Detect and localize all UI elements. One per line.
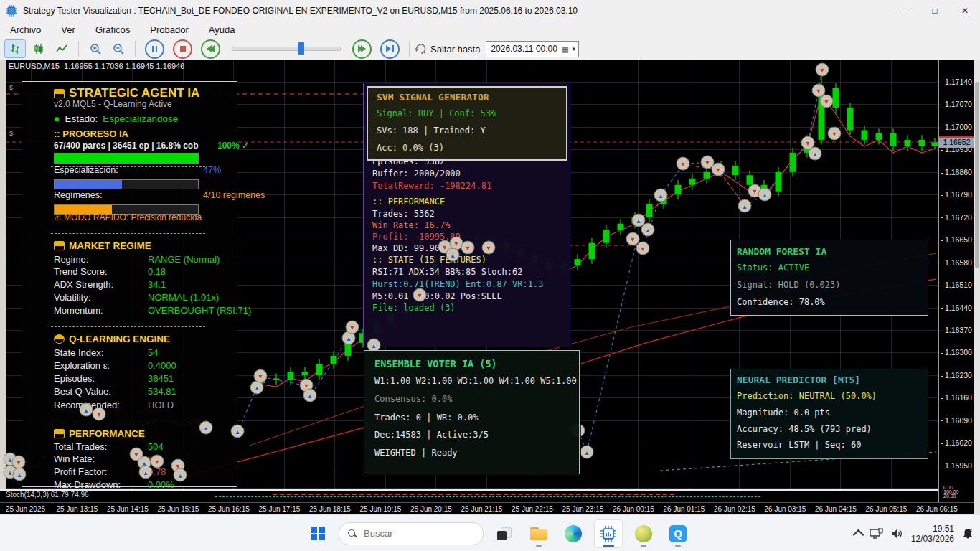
minimize-button[interactable]: — bbox=[890, 0, 920, 22]
performance-row: Max Drawdown:0.00% bbox=[54, 479, 174, 490]
candle-body bbox=[790, 153, 796, 172]
time-tick: 25 Jun 19:15 bbox=[360, 505, 402, 513]
menu-grficos[interactable]: Gráficos bbox=[85, 24, 140, 35]
trade-marker-up: ▲ bbox=[446, 248, 460, 262]
close-button[interactable]: ✕ bbox=[950, 0, 980, 22]
trade-marker-up: ▲ bbox=[738, 199, 752, 213]
price-tick: 1.16160 bbox=[941, 393, 972, 402]
skip-to-end-button[interactable] bbox=[380, 39, 400, 59]
line-chart-mode-button[interactable] bbox=[52, 40, 72, 57]
stochastic-subwindow[interactable]: Stoch(14,3,3) 61.79 74.96 bbox=[0, 489, 938, 501]
chart-window: EURUSD,M15 1.16955 1.17036 1.16945 1.169… bbox=[0, 60, 980, 514]
trade-marker-up: ▲ bbox=[580, 446, 594, 459]
vertical-scrollbar-thumb[interactable] bbox=[975, 82, 979, 268]
svg-text:z: z bbox=[970, 527, 972, 532]
search-input[interactable] bbox=[362, 527, 466, 540]
price-tick: 1.16720 bbox=[941, 213, 972, 222]
taskbar-search[interactable] bbox=[339, 522, 484, 545]
dqn-line: Buffer: 2000/2000 bbox=[372, 169, 461, 179]
q-app-button[interactable]: Q bbox=[664, 520, 692, 547]
maximize-button[interactable]: □ bbox=[920, 0, 950, 22]
zoom-out-button[interactable] bbox=[108, 40, 128, 57]
candle-body bbox=[833, 88, 839, 108]
network-display-icon[interactable] bbox=[870, 528, 884, 540]
price-tick: 1.17000 bbox=[941, 123, 972, 131]
time-tick: 26 Jun 00:15 bbox=[613, 505, 654, 513]
trade-marker-down: ▼ bbox=[712, 163, 725, 176]
price-axis[interactable]: 1.171401.170701.170001.169301.168601.167… bbox=[938, 60, 975, 514]
svm-line: SVM SIGNAL GENERATOR bbox=[377, 92, 489, 103]
panel-random-forest: RANDOM FOREST IAStatus: ACTIVESignal: HO… bbox=[730, 240, 928, 316]
candle-body bbox=[847, 108, 854, 130]
time-axis[interactable]: 25 Jun 202525 Jun 13:1525 Jun 14:1525 Ju… bbox=[0, 502, 980, 515]
fast-forward-button[interactable] bbox=[352, 39, 372, 59]
bar-chart-mode-button[interactable] bbox=[4, 39, 26, 58]
menu-archivo[interactable]: Archivo bbox=[0, 24, 51, 35]
progress-line: 67/400 pares | 36451 ep | 16.8% cob100% … bbox=[54, 141, 199, 151]
edge-browser-button[interactable] bbox=[560, 520, 587, 547]
svm-line: Signal: BUY | Conf: 53% bbox=[377, 108, 496, 118]
metatrader5-button[interactable] bbox=[594, 519, 623, 548]
market-row: Regime:RANGE (Normal) bbox=[54, 254, 220, 265]
volume-icon[interactable] bbox=[891, 528, 904, 540]
trade-marker-down: ▼ bbox=[482, 241, 496, 255]
zoom-in-button[interactable] bbox=[85, 40, 105, 57]
search-icon bbox=[348, 529, 357, 538]
price-tick: 1.16370 bbox=[941, 326, 972, 334]
menu-ver[interactable]: Ver bbox=[51, 24, 85, 35]
mql5-button[interactable] bbox=[630, 520, 657, 547]
chart-object-label: s bbox=[9, 129, 13, 137]
agent-subtitle: v2.0 MQL5 - Q-Learning Active bbox=[54, 99, 172, 109]
time-tick: 26 Jun 06:15 bbox=[916, 505, 958, 513]
q-learning-header: Q-LEARNING ENGINE bbox=[54, 334, 170, 346]
clock-date: 12/03/2026 bbox=[911, 534, 954, 544]
price-tick: 1.16790 bbox=[941, 190, 972, 199]
tray-expand-chevron-icon[interactable] bbox=[853, 529, 864, 541]
candle-body bbox=[575, 259, 581, 265]
start-button[interactable] bbox=[304, 520, 331, 547]
q-learning-row: Recommended:HOLD bbox=[54, 400, 174, 410]
menu-probador[interactable]: Probador bbox=[140, 24, 198, 35]
candle-body bbox=[704, 172, 710, 179]
taskbar-clock[interactable]: 19:51 12/03/2026 bbox=[911, 524, 954, 544]
stop-button[interactable] bbox=[173, 39, 192, 59]
rewind-button[interactable] bbox=[201, 39, 220, 59]
vertical-scrollbar[interactable] bbox=[974, 60, 980, 514]
speed-slider-thumb[interactable] bbox=[298, 42, 304, 55]
calendar-icon[interactable]: ▦ bbox=[561, 44, 568, 54]
progress-fill bbox=[55, 154, 198, 163]
price-tick: 1.15950 bbox=[941, 461, 972, 470]
trade-marker-down: ▼ bbox=[677, 157, 690, 171]
pause-button[interactable] bbox=[145, 39, 164, 59]
task-view-button[interactable] bbox=[491, 520, 518, 547]
q-learning-icon bbox=[54, 334, 65, 344]
progress-bar-specialization bbox=[54, 179, 199, 189]
price-tick: 1.16020 bbox=[941, 438, 972, 447]
stochastic-signal-line bbox=[215, 496, 760, 497]
separator bbox=[51, 326, 205, 327]
menu-ayuda[interactable]: Ayuda bbox=[199, 24, 245, 35]
file-explorer-button[interactable] bbox=[525, 520, 552, 547]
q-learning-row: Exploration ε:0.4000 bbox=[54, 360, 176, 371]
fast-mode-warning: ⚠ MODO RAPIDO: Precision reducida bbox=[54, 212, 202, 222]
trade-marker-down: ▼ bbox=[346, 321, 359, 334]
q-learning-row: Episodes:36451 bbox=[54, 373, 174, 384]
jump-date-input[interactable] bbox=[489, 43, 561, 55]
notification-bell-icon[interactable]: z bbox=[961, 527, 974, 540]
jump-date-box: ▦ ▼ bbox=[486, 41, 579, 57]
price-tick: 1.17070 bbox=[941, 100, 972, 108]
market-regime-header: MARKET REGIME bbox=[54, 240, 151, 253]
time-tick: 26 Jun 03:15 bbox=[765, 505, 806, 513]
candle-chart-mode-button[interactable] bbox=[29, 40, 49, 57]
candle-body bbox=[675, 185, 682, 194]
time-tick: 25 Jun 2025 bbox=[6, 505, 45, 513]
task-view-icon bbox=[497, 527, 512, 540]
calendar-dropdown-arrow[interactable]: ▼ bbox=[571, 46, 577, 52]
speed-slider[interactable] bbox=[232, 47, 341, 51]
svm-line: Acc: 0.0% (3) bbox=[377, 143, 444, 153]
time-tick: 26 Jun 04:15 bbox=[815, 505, 857, 513]
price-tick: 1.16580 bbox=[941, 258, 972, 267]
current-price-tag: 1.16952 bbox=[939, 136, 974, 148]
neural-line: NEURAL PREDICTOR [MT5] bbox=[737, 375, 860, 385]
left-scroll-strip[interactable] bbox=[0, 60, 6, 489]
